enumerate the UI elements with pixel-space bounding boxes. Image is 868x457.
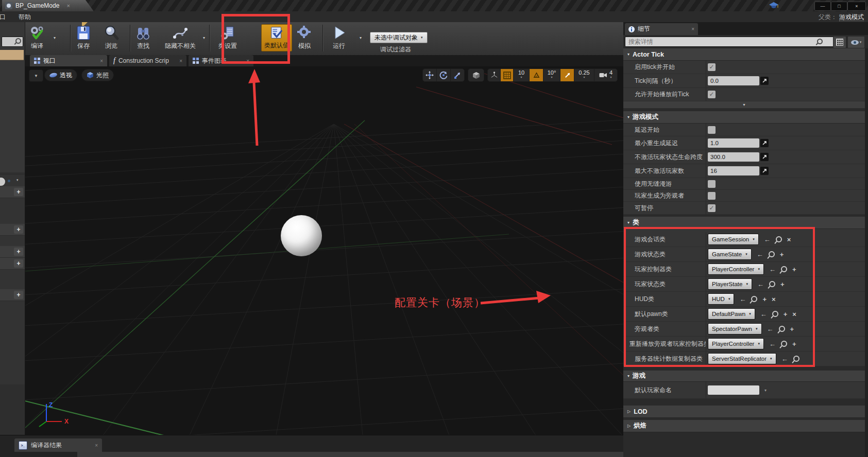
add-icon[interactable]: + — [790, 326, 794, 332]
play-dropdown-icon[interactable]: ▾ — [360, 36, 362, 40]
tab-close-icon[interactable]: × — [100, 58, 103, 64]
category-row[interactable]: + — [0, 186, 25, 198]
browse-icon[interactable] — [769, 281, 775, 287]
hide-unrelated-dropdown-icon[interactable]: ▾ — [203, 36, 205, 40]
checkbox[interactable] — [708, 192, 716, 200]
clear-icon[interactable]: × — [772, 296, 776, 303]
rotate-tool-button[interactable] — [436, 69, 450, 81]
save-button[interactable]: 保存 — [75, 25, 92, 50]
hide-unrelated-button[interactable]: 隐藏不相关 — [165, 25, 196, 50]
use-asset-icon[interactable]: ← — [760, 311, 767, 318]
add-icon[interactable]: + — [14, 188, 23, 196]
menu-item-window[interactable]: 窗口 — [0, 13, 9, 21]
browse-icon[interactable] — [779, 326, 785, 332]
category-row[interactable]: + — [0, 224, 25, 236]
scale-snap-toggle[interactable] — [560, 69, 574, 81]
number-input[interactable]: 1.0 — [708, 138, 759, 148]
add-icon[interactable]: + — [792, 341, 796, 347]
use-asset-icon[interactable]: ← — [769, 266, 776, 273]
tab-compiler-results[interactable]: >_ 编译器结果 × — [14, 438, 102, 452]
tutorial-cap-icon[interactable] — [769, 2, 779, 9]
class-combo[interactable]: SpectatorPawn▾ — [708, 323, 762, 335]
tab-close-icon[interactable]: × — [66, 3, 70, 9]
debug-object-dropdown[interactable]: 未选中调试对象 ▾ — [370, 32, 428, 43]
section-header-game[interactable]: ▾ 游戏 — [623, 371, 865, 382]
close-button[interactable]: × — [847, 2, 866, 11]
viewport-options-dropdown[interactable]: ▼ — [29, 69, 43, 82]
browse-icon[interactable] — [776, 236, 782, 242]
class-combo[interactable]: PlayerState▾ — [708, 278, 752, 290]
details-scrollbar-gutter[interactable] — [865, 48, 868, 457]
spinbox-drag-icon[interactable] — [760, 77, 769, 85]
details-search-input[interactable] — [625, 37, 838, 47]
use-asset-icon[interactable]: ← — [757, 251, 763, 258]
section-header-classes[interactable]: ▾ 类 — [623, 217, 865, 229]
browse-icon[interactable] — [751, 296, 757, 302]
checkbox[interactable]: ✓ — [708, 91, 716, 98]
grid-snap-value[interactable]: 10▾ — [513, 69, 529, 81]
section-header-game-mode[interactable]: ▾ 游戏模式 — [623, 111, 865, 124]
section-header-lod[interactable]: ▷ LOD — [623, 406, 865, 418]
menu-item-help[interactable]: 帮助 — [19, 13, 31, 22]
lit-mode-button[interactable]: 光照 — [81, 69, 114, 81]
add-icon[interactable]: + — [792, 266, 796, 273]
browse-icon[interactable] — [793, 356, 799, 362]
compile-dropdown-icon[interactable]: ▾ — [54, 36, 56, 40]
move-tool-button[interactable] — [423, 69, 436, 81]
class-combo[interactable]: PlayerController▾ — [708, 338, 764, 349]
add-icon[interactable]: + — [14, 225, 23, 234]
category-row[interactable]: + — [0, 258, 25, 270]
clear-icon[interactable]: × — [792, 311, 796, 318]
checkbox[interactable] — [708, 126, 716, 134]
clear-icon[interactable]: × — [787, 236, 791, 243]
browse-icon[interactable] — [781, 266, 787, 272]
class-defaults-button[interactable]: 类默认值 — [261, 24, 292, 51]
advanced-expander[interactable]: ▼ — [623, 101, 865, 109]
add-icon[interactable]: + — [780, 251, 784, 258]
class-combo[interactable]: GameSession▾ — [708, 234, 759, 245]
class-combo[interactable]: DefaultPawn▾ — [708, 308, 755, 320]
rotation-snap-toggle[interactable] — [529, 69, 543, 81]
grid-snap-toggle[interactable] — [500, 69, 513, 81]
class-settings-button[interactable]: 类设置 — [218, 25, 237, 50]
display-filter-button[interactable]: ▾ — [847, 36, 865, 48]
spinbox-drag-icon[interactable] — [760, 153, 769, 161]
parent-class-link[interactable]: 游戏模式 — [839, 13, 864, 21]
checkbox[interactable] — [708, 180, 716, 188]
browse-button[interactable]: 浏览 — [103, 25, 120, 50]
perspective-button[interactable]: 透视 — [44, 69, 77, 81]
compile-button[interactable]: 编译 — [29, 25, 45, 50]
rotation-snap-value[interactable]: 10°▾ — [543, 69, 560, 81]
number-input[interactable]: 0.0 — [708, 76, 759, 85]
class-combo[interactable]: HUD▾ — [708, 293, 734, 305]
viewport-canvas[interactable]: ▼ 透视 光照 — [25, 66, 623, 435]
tab-event-graph[interactable]: 事件图表 × — [189, 55, 253, 66]
category-row[interactable]: + — [0, 289, 25, 301]
tab-close-icon[interactable]: × — [95, 443, 98, 448]
minimize-button[interactable]: — — [814, 2, 831, 11]
use-asset-icon[interactable]: ← — [739, 296, 746, 303]
add-icon[interactable]: + — [14, 259, 23, 268]
tab-viewport[interactable]: 视口 × — [30, 55, 107, 66]
camera-speed-button[interactable]: 4▾ — [594, 69, 617, 81]
use-asset-icon[interactable]: ← — [757, 281, 764, 288]
scale-tool-button[interactable] — [450, 69, 464, 81]
browse-icon[interactable] — [772, 311, 778, 317]
spinbox-drag-icon[interactable] — [760, 139, 769, 147]
tab-construction-script[interactable]: f Construction Scrip × — [109, 55, 186, 66]
section-header-actor-tick[interactable]: ▾ Actor Tick — [623, 48, 865, 61]
use-asset-icon[interactable]: ← — [767, 326, 774, 332]
number-input[interactable]: 300.0 — [708, 152, 759, 162]
world-local-toggle[interactable] — [468, 69, 484, 81]
add-icon[interactable]: + — [784, 311, 788, 318]
restore-button[interactable]: □ — [831, 2, 847, 11]
checkbox[interactable]: ✓ — [708, 63, 716, 71]
scale-snap-value[interactable]: 0.25▾ — [574, 69, 594, 81]
use-asset-icon[interactable]: ← — [769, 341, 776, 347]
class-combo[interactable]: PlayerController▾ — [708, 263, 764, 275]
surface-snap-button[interactable] — [488, 69, 500, 81]
tab-close-icon[interactable]: × — [691, 26, 694, 32]
category-row[interactable]: + — [0, 246, 25, 258]
tab-close-icon[interactable]: × — [179, 58, 182, 64]
class-combo[interactable]: GameState▾ — [708, 249, 752, 260]
